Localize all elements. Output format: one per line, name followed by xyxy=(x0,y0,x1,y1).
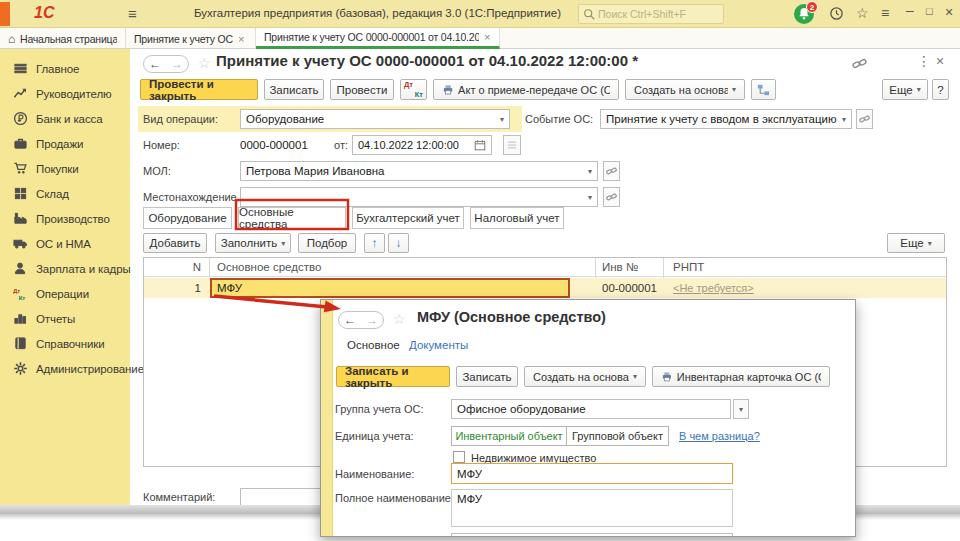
mol-open-link-button[interactable] xyxy=(603,161,620,181)
clipped-bottom-field[interactable] xyxy=(451,533,733,537)
global-search[interactable] xyxy=(578,4,724,24)
save-button[interactable]: Записать xyxy=(264,79,324,100)
sidebar-item-bank-cash[interactable]: Банк и касса xyxy=(0,106,130,131)
post-and-close-button[interactable]: Провести и закрыть xyxy=(140,79,258,100)
forward-icon[interactable]: → xyxy=(171,57,183,71)
tab-close-icon[interactable]: × xyxy=(484,31,490,43)
sidebar-item-production[interactable]: Производство xyxy=(0,206,130,231)
sidebar-item-os-nma[interactable]: ОС и НМА xyxy=(0,231,130,256)
tab-doc-list[interactable]: Принятие к учету ОС × xyxy=(126,28,256,49)
sidebar-item-manager[interactable]: Руководителю xyxy=(0,81,130,106)
book-icon xyxy=(13,336,28,351)
close-window-button[interactable]: × xyxy=(945,5,953,19)
form-nav-arrows[interactable]: ← → xyxy=(143,55,189,73)
dialog-save-button[interactable]: Записать xyxy=(456,366,518,387)
dialog-nav-main[interactable]: Основное xyxy=(347,339,400,351)
table-add-button[interactable]: Добавить xyxy=(143,233,207,253)
table-fill-button[interactable]: Заполнить ▾ xyxy=(215,233,291,253)
col-header-inv[interactable]: Инв № xyxy=(602,261,638,273)
event-open-link-button[interactable] xyxy=(856,109,873,129)
name-input[interactable]: МФУ xyxy=(451,463,733,484)
sidebar-item-administration[interactable]: Администрирование xyxy=(0,356,130,381)
create-based-on-button[interactable]: Создать на основании ▾ xyxy=(625,79,745,100)
form-more-button[interactable]: Еще ▾ xyxy=(882,79,928,100)
chevron-down-icon: ▾ xyxy=(500,115,504,124)
table-row[interactable]: 1 МФУ 00-000001 <Не требуется> xyxy=(144,278,946,298)
main-menu-icon[interactable]: ≡ xyxy=(128,5,137,22)
mol-label: МОЛ: xyxy=(143,165,171,177)
unit-difference-link[interactable]: В чем разница? xyxy=(679,430,760,442)
comment-label: Комментарий: xyxy=(143,491,215,503)
unit-inventory-toggle[interactable]: Инвентарный объект xyxy=(451,426,567,446)
sidebar-item-reports[interactable]: Отчеты xyxy=(0,306,130,331)
sidebar-item-main[interactable]: Главное xyxy=(0,56,130,81)
form-menu-dots-icon[interactable]: ⋮ xyxy=(917,53,931,69)
unit-group-toggle[interactable]: Групповой объект xyxy=(566,426,669,446)
event-select[interactable]: Принятие к учету с вводом в эксплуатацию… xyxy=(600,109,852,129)
mol-select[interactable]: Петрова Мария Ивановна ▾ xyxy=(240,161,598,181)
tab-doc-active[interactable]: Принятие к учету ОС 0000-000001 от 04.10… xyxy=(256,28,500,49)
person-icon xyxy=(13,261,28,276)
sidebar-item-sales[interactable]: Продажи xyxy=(0,131,130,156)
page-tab-accounting[interactable]: Бухгалтерский учет xyxy=(352,207,464,229)
back-icon[interactable]: ← xyxy=(149,57,161,71)
form-close-icon[interactable]: × xyxy=(936,53,944,69)
sidebar-item-purchases[interactable]: Покупки xyxy=(0,156,130,181)
calendar-icon[interactable] xyxy=(474,139,486,151)
dialog-nav-documents[interactable]: Документы xyxy=(409,339,468,351)
date-input[interactable]: 04.10.2022 12:00:00 xyxy=(352,135,492,155)
search-input[interactable] xyxy=(596,7,718,21)
location-open-link-button[interactable] xyxy=(603,187,620,207)
minimize-button[interactable]: – xyxy=(906,3,914,17)
location-select[interactable]: ▾ xyxy=(240,187,598,207)
page-tab-fixed-assets[interactable]: Основные средства xyxy=(238,207,346,229)
group-select[interactable]: Офисное оборудование xyxy=(451,399,731,419)
dialog-nav-arrows[interactable]: ← → xyxy=(338,311,384,329)
realty-checkbox[interactable] xyxy=(453,451,465,463)
group-dropdown-button[interactable]: ▾ xyxy=(733,399,749,419)
dtkt-button[interactable]: Дт Кт xyxy=(400,79,427,100)
sidebar-item-warehouse[interactable]: Склад xyxy=(0,181,130,206)
number-label: Номер: xyxy=(143,139,180,151)
related-documents-button[interactable] xyxy=(751,79,776,100)
page-tab-equipment[interactable]: Оборудование xyxy=(143,207,232,229)
maximize-button[interactable]: □ xyxy=(926,6,933,17)
table-pick-button[interactable]: Подбор xyxy=(298,233,356,253)
favorite-star-icon[interactable]: ☆ xyxy=(198,55,211,71)
group-label: Группа учета ОС: xyxy=(335,403,424,415)
sidebar-item-catalogs[interactable]: Справочники xyxy=(0,331,130,356)
page-tab-tax[interactable]: Налоговый учет xyxy=(470,207,564,229)
full-name-textarea[interactable]: МФУ xyxy=(451,489,733,527)
favorites-icon[interactable]: ☆ xyxy=(856,6,869,20)
service-menu-icon[interactable]: ≡ xyxy=(881,6,889,20)
sidebar-item-operations[interactable]: ДтКт Операции xyxy=(0,281,130,306)
col-header-n[interactable]: N xyxy=(144,261,201,273)
history-icon[interactable] xyxy=(829,6,844,24)
cell-asset-selected[interactable]: МФУ xyxy=(210,278,570,298)
operation-label: Вид операции: xyxy=(143,113,218,125)
print-act-button[interactable]: Акт о приеме-передаче ОС (ОС-1) xyxy=(433,79,619,100)
back-icon[interactable]: ← xyxy=(344,313,356,327)
table-more-button[interactable]: Еще ▾ xyxy=(887,233,945,253)
dialog-save-close-button[interactable]: Записать и закрыть xyxy=(336,366,450,387)
col-header-asset[interactable]: Основное средство xyxy=(217,261,321,273)
cell-rnpt-link[interactable]: <Не требуется> xyxy=(673,282,754,294)
forward-icon[interactable]: → xyxy=(366,313,378,327)
get-link-icon[interactable] xyxy=(852,57,867,73)
help-button[interactable]: ? xyxy=(932,79,949,100)
sidebar-item-salary-hr[interactable]: Зарплата и кадры xyxy=(0,256,130,281)
move-up-icon: ↑ xyxy=(372,237,378,249)
move-up-button[interactable]: ↑ xyxy=(364,233,385,253)
number-value: 0000-000001 xyxy=(240,139,308,151)
col-header-rnpt[interactable]: РНПТ xyxy=(673,261,704,273)
operation-select[interactable]: Оборудование ▾ xyxy=(240,109,510,129)
dialog-create-based-on-button[interactable]: Создать на основании ▾ xyxy=(524,366,646,387)
1c-logo: 1С xyxy=(34,4,54,22)
tab-home[interactable]: ⌂ Начальная страница xyxy=(0,28,126,49)
dialog-print-card-button[interactable]: Инвентарная карточка ОС (ОС-6) xyxy=(652,366,830,387)
favorite-star-icon[interactable]: ☆ xyxy=(393,311,406,327)
post-button[interactable]: Провести xyxy=(330,79,394,100)
tab-close-icon[interactable]: × xyxy=(238,33,244,45)
move-down-button[interactable]: ↓ xyxy=(388,233,409,253)
chevron-down-icon: ▾ xyxy=(281,239,285,248)
